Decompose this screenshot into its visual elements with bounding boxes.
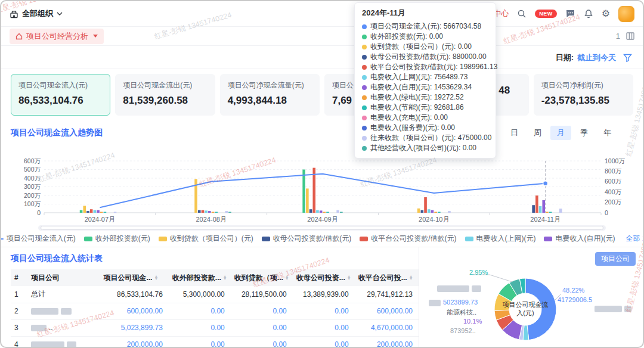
messages-icon[interactable] (565, 9, 575, 18)
period-tab-日[interactable]: 日 (504, 126, 525, 140)
redacted-company-name (61, 308, 72, 315)
top-right-actions: 案中心 NEW ⚙ (485, 6, 634, 22)
table-header[interactable]: 项目公司现金...▲▼ (100, 269, 168, 286)
sort-icon[interactable]: ▲▼ (154, 275, 158, 280)
sort-icon[interactable]: ▲▼ (409, 275, 413, 280)
legend-marker (84, 237, 92, 241)
series-color-dot (362, 126, 367, 130)
trend-chart[interactable]: 600万500万400万300万200万100万01000万800万600万40… (11, 149, 636, 224)
home-icon (16, 33, 23, 40)
chart-legend: 项目公司现金流入(元)收外部投资款(元)收到贷款（项目公司）(元)收母公司投资款… (11, 234, 633, 244)
period-tabs: 日周月季年 (504, 126, 618, 140)
sort-icon[interactable]: ▲▼ (285, 275, 289, 280)
tooltip-item: 电费收入(绿电)(元): 19272.52 (362, 92, 488, 102)
period-tab-年[interactable]: 年 (597, 126, 618, 140)
legend-item[interactable]: 项目公司现金流入(元) (0, 234, 76, 244)
kpi-value: -23,578,135.85 (541, 95, 626, 107)
table-header[interactable]: 收平台公司投...▲▼ (355, 269, 419, 286)
period-tab-季[interactable]: 季 (574, 126, 595, 140)
chart-scrollbar[interactable] (38, 225, 606, 231)
donut-panel: 项目公司 项目公司现金流入(元) 2.95%5023899.73能源科技..10… (419, 247, 643, 347)
date-value[interactable]: 截止到今天 (577, 52, 616, 63)
svg-text:2024-10月: 2024-10月 (419, 216, 449, 223)
table-header[interactable]: 收到贷款（项...▲▼ (231, 269, 293, 286)
svg-text:2024-08月: 2024-08月 (196, 216, 227, 223)
svg-text:200万: 200万 (24, 192, 41, 199)
table-header[interactable]: 收母公司投资...▲▼ (293, 269, 355, 286)
tooltip-item: 其他经营收入(项目公司)(元): 0.00 (362, 143, 488, 153)
period-tab-月[interactable]: 月 (550, 126, 571, 140)
series-color-dot (362, 95, 367, 100)
avatar[interactable] (618, 6, 634, 22)
kpi-title: 项目公司现金流出(元) (123, 80, 207, 91)
tab-project-analysis[interactable]: 项目公司经营分析 (10, 29, 104, 44)
svg-text:400万: 400万 (605, 188, 622, 195)
svg-text:300万: 300万 (24, 183, 41, 190)
series-color-dot (362, 136, 367, 141)
legend-item[interactable]: 收母公司投资款/借款(元) (262, 234, 351, 244)
search-icon[interactable] (517, 9, 527, 18)
svg-text:800万: 800万 (605, 167, 622, 175)
svg-text:100万: 100万 (24, 200, 41, 207)
kpi-card-1[interactable]: 项目公司现金流入(元)86,533,104.76 (11, 74, 110, 116)
tooltip-item: 往来收款（项目公司）(元): 475000.00 (362, 133, 488, 143)
tooltip-item: 项目公司现金流入(元): 5667034.58 (362, 21, 488, 32)
period-tab-周[interactable]: 周 (527, 126, 548, 140)
legend-show-all[interactable]: 全部 13 (626, 234, 644, 244)
table-row[interactable]: 4200,000.000.000.000.00200,000.00 (11, 336, 419, 348)
series-color-dot (362, 105, 367, 110)
series-color-dot (362, 75, 367, 80)
kpi-value: 81,539,260.58 (123, 95, 207, 107)
tab-row-right: 1 (616, 32, 634, 41)
kpi-card-2[interactable]: 项目公司现金流出(元)81,539,260.58 (115, 74, 215, 116)
series-color-dot (362, 116, 367, 120)
donut-center-label: 项目公司现金流入(元) (501, 301, 549, 318)
kpi-card-row: 项目公司现金流入(元)86,533,104.76项目公司现金流出(元)81,53… (11, 74, 633, 116)
dashboard-page: 全部组织 案中心 NEW ⚙ 项目公司经营分析 1 (0, 0, 644, 348)
redacted-company-name (31, 341, 64, 348)
gear-icon[interactable]: ⚙ (602, 9, 610, 18)
svg-text:0: 0 (37, 209, 41, 216)
table-row[interactable]: 1总计86,533,104.765,300,000.0028,119,500.0… (11, 286, 419, 303)
kpi-value: 86,533,104.76 (18, 95, 103, 107)
svg-text:600万: 600万 (605, 178, 622, 185)
tooltip-item: 收到贷款（项目公司）(元): 0.00 (362, 42, 488, 52)
table-row[interactable]: 3..5,023,899.730.000.000.004,670,000.00 (11, 319, 419, 336)
legend-item[interactable]: 收外部投资款(元) (84, 234, 150, 244)
chart-scrollbar-thumb[interactable] (41, 226, 603, 230)
donut-annotation: 41729006.5 (558, 296, 592, 303)
donut-annotation: 873952.. (450, 327, 476, 334)
table-header[interactable]: 收外部投资款...▲▼ (169, 269, 231, 286)
kpi-title: 项目公司净现金流量(元) (228, 80, 312, 91)
sort-icon[interactable]: ▲▼ (223, 275, 227, 280)
table-cell: 4,670,000.00 (355, 319, 419, 336)
table-cell: 0.00 (231, 319, 293, 336)
table-cell: 29,741,912.13 (355, 286, 419, 303)
donut-annotation: 能源科技.. (447, 308, 476, 317)
filter-funnel-icon[interactable] (623, 54, 632, 62)
table-row[interactable]: 2600,000.000.000.000.00600,000.00 (11, 303, 419, 319)
legend-marker (544, 237, 552, 241)
series-color-dot (362, 65, 367, 70)
redacted-label (429, 300, 441, 306)
kpi-card-6[interactable]: 项目公司净利润(元)-23,578,135.85 (534, 74, 633, 116)
donut-annotation: 48.22% (562, 287, 584, 294)
legend-marker (0, 238, 4, 240)
kpi-card-3[interactable]: 项目公司净现金流量(元)4,993,844.18 (220, 74, 320, 116)
building-icon (10, 10, 18, 18)
bottom-section: 项目公司现金流入统计表 #项目公司项目公司现金...▲▼收外部投资款...▲▼收… (1, 247, 643, 347)
sort-icon[interactable]: ▲▼ (347, 275, 351, 280)
legend-item[interactable]: 电费收入(上网)(元) (465, 234, 536, 244)
series-color-dot (362, 45, 367, 49)
table-panel: 项目公司现金流入统计表 #项目公司项目公司现金...▲▼收外部投资款...▲▼收… (1, 247, 419, 347)
table-cell: 0.00 (231, 336, 293, 348)
legend-item[interactable]: 电费收入(自用)(元) (544, 234, 615, 244)
tooltip-item: 收平台公司投资款/借款(元): 1989961.13 (362, 62, 488, 72)
tooltip-item: 电费收入(节能)(元): 92681.86 (362, 102, 488, 113)
layout-grid-icon[interactable] (626, 32, 634, 40)
org-selector[interactable]: 全部组织 (10, 8, 63, 19)
series-color-dot (362, 146, 367, 151)
legend-item[interactable]: 收平台公司投资款/借款(元) (360, 234, 456, 244)
bell-icon[interactable] (584, 9, 593, 18)
legend-item[interactable]: 收到贷款（项目公司）(元) (159, 234, 253, 244)
